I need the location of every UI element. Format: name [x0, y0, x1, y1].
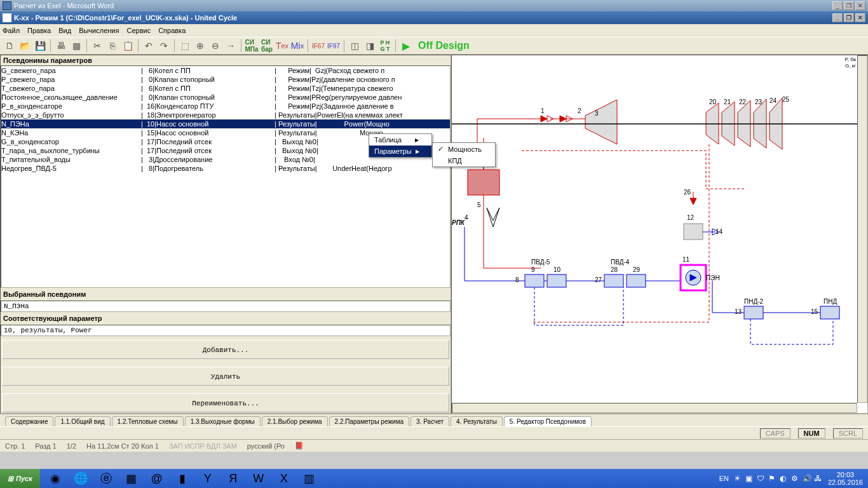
- tab-item[interactable]: 2.2.Параметры режима: [329, 416, 410, 426]
- copy-icon[interactable]: ⎘: [105, 39, 119, 53]
- tab-item[interactable]: Содержание: [5, 416, 53, 426]
- alias-row[interactable]: Недогрев_ПВД-5| 8|Подогреватель| Результ…: [1, 164, 450, 173]
- alias-row[interactable]: Отпуск_э_э_брутто| 18|Электрогенератор| …: [1, 111, 450, 119]
- ctx-kpd-item[interactable]: КПД: [433, 155, 495, 166]
- ctx-params-item[interactable]: Параметры▶: [369, 146, 431, 157]
- mail-icon[interactable]: @: [147, 471, 167, 486]
- tab-item[interactable]: 1.1.Общий вид: [55, 416, 110, 426]
- redo-icon[interactable]: ↷: [157, 39, 171, 53]
- tray-icon-1[interactable]: ☀: [734, 474, 743, 483]
- alias-row[interactable]: G_свежего_пара| 6|Котел с ПП| Режим| Gzj…: [1, 66, 450, 75]
- off-design-label: Off Design: [418, 40, 470, 51]
- alias-row[interactable]: P_свежего_пара| 0|Клапан стопорный| Режи…: [1, 75, 450, 84]
- svg-rect-15: [604, 274, 623, 287]
- alias-row[interactable]: T_свежего_пара| 6|Котел с ПП| Режим|Tzj(…: [1, 84, 450, 93]
- si-mpa-button[interactable]: СИМПа: [245, 39, 259, 53]
- diagram-vscroll[interactable]: [857, 55, 867, 403]
- tray-icon-5[interactable]: ◐: [780, 474, 789, 483]
- rename-button[interactable]: Переименовать...: [2, 393, 449, 412]
- menu-view[interactable]: Вид: [58, 27, 71, 34]
- page-indicator: Стр. 1: [5, 442, 25, 450]
- play-icon[interactable]: ▶: [399, 39, 413, 53]
- diagram-hscroll[interactable]: [452, 403, 857, 413]
- print-icon[interactable]: 🖶: [54, 39, 68, 53]
- uc-restore-button[interactable]: ❐: [844, 13, 854, 22]
- uc-minimize-button[interactable]: _: [832, 13, 843, 22]
- corresponding-param-field[interactable]: 10, результаты, Power: [1, 325, 451, 336]
- chart1-icon[interactable]: ◫: [348, 39, 362, 53]
- media-player-icon[interactable]: ◉: [45, 471, 65, 486]
- start-button[interactable]: ⊞ Пуск: [0, 469, 40, 488]
- book-icon[interactable]: 📕: [295, 442, 304, 450]
- tray-network-icon[interactable]: 🖧: [814, 474, 823, 483]
- mpc-icon[interactable]: ▦: [121, 471, 142, 486]
- zoom-rect-icon[interactable]: ⬚: [178, 39, 192, 53]
- tex-button[interactable]: Tex: [275, 39, 289, 53]
- preview-icon[interactable]: ▦: [69, 39, 83, 53]
- axis-p-label: P, ба: [844, 57, 856, 62]
- chrome-icon[interactable]: 🌐: [71, 471, 91, 486]
- menu-edit[interactable]: Правка: [27, 27, 51, 34]
- app1-icon[interactable]: ▮: [172, 471, 193, 486]
- menu-service[interactable]: Сервис: [126, 27, 151, 34]
- cut-icon[interactable]: ✂: [90, 39, 104, 53]
- tray-volume-icon[interactable]: 🔊: [803, 474, 811, 483]
- mix-button[interactable]: Mix: [290, 39, 304, 53]
- add-button[interactable]: Добавить...: [2, 340, 449, 359]
- tab-item[interactable]: 1.2.Тепловые схемы: [112, 416, 184, 426]
- yandex-icon[interactable]: Y: [198, 471, 218, 486]
- word-restore-button[interactable]: ❐: [844, 1, 854, 10]
- corresponding-param-label: Соответствующий параметр: [1, 312, 451, 325]
- zoom-out-icon[interactable]: ⊖: [208, 39, 222, 53]
- menu-help[interactable]: Справка: [158, 27, 186, 34]
- menu-calc[interactable]: Вычисления: [79, 27, 119, 34]
- word-task-icon[interactable]: W: [248, 471, 269, 486]
- tray-icon-6[interactable]: ⚙: [791, 474, 800, 483]
- ctx-power-item[interactable]: ✓Мощность: [433, 143, 495, 155]
- ie-icon[interactable]: ⓔ: [96, 471, 116, 486]
- tray-icon-3[interactable]: 🛡: [757, 474, 766, 483]
- section-indicator: Разд 1: [35, 442, 56, 450]
- if67-button[interactable]: IF67: [311, 39, 325, 53]
- open-icon[interactable]: 📂: [18, 39, 32, 53]
- new-icon[interactable]: 🗋: [3, 39, 17, 53]
- if97-button[interactable]: IF97: [327, 39, 341, 53]
- tab-item[interactable]: 3. Расчет: [410, 416, 449, 426]
- uc-task-icon[interactable]: ▥: [299, 471, 320, 486]
- uc-close-button[interactable]: ✕: [855, 13, 865, 22]
- paste-icon[interactable]: 📋: [121, 39, 135, 53]
- tray-icon-2[interactable]: ▣: [745, 474, 754, 483]
- context-menu-1: Таблица▶ Параметры▶: [369, 133, 432, 158]
- word-minimize-button[interactable]: _: [832, 1, 843, 10]
- menu-file[interactable]: Файл: [3, 27, 20, 34]
- left-panel: Псевдонимы параметров G_свежего_пара| 6|…: [0, 55, 451, 414]
- diagram-canvas[interactable]: 1 2 3 20 21 22 23 24 25 5 4 26 12 14 11 …: [451, 55, 868, 414]
- alias-row[interactable]: Постоянное_скользящее_давление| 0|Клапан…: [1, 93, 450, 102]
- tray-clock[interactable]: 20:03 22.05.2016: [828, 471, 863, 486]
- svg-rect-16: [627, 274, 646, 287]
- tray-lang[interactable]: EN: [719, 475, 729, 482]
- undo-icon[interactable]: ↶: [142, 39, 156, 53]
- tab-item[interactable]: 2.1.Выбор режима: [262, 416, 328, 426]
- tray-icon-4[interactable]: ⚑: [768, 474, 777, 483]
- tab-item[interactable]: 4. Результаты: [451, 416, 503, 426]
- alias-list[interactable]: G_свежего_пара| 6|Котел с ПП| Режим| Gzj…: [1, 65, 451, 288]
- ya-icon[interactable]: Я: [223, 471, 243, 486]
- delete-button[interactable]: Удалить: [2, 367, 449, 386]
- save-icon[interactable]: 💾: [33, 39, 47, 53]
- tab-item[interactable]: 5. Редактор Псевдонимов: [504, 416, 592, 426]
- ctx-table-item[interactable]: Таблица▶: [369, 134, 431, 146]
- alias-row[interactable]: N_ПЭНа| 10|Насос основной| Результаты| P…: [1, 119, 450, 128]
- tab-item[interactable]: 1.3.Выходные формы: [185, 416, 261, 426]
- selected-alias-field[interactable]: N_ПЭНа: [1, 301, 451, 312]
- excel-task-icon[interactable]: X: [274, 471, 294, 486]
- context-menu-2: ✓Мощность КПД: [432, 142, 496, 167]
- quick-launch: ◉ 🌐 ⓔ ▦ @ ▮ Y Я W X ▥: [40, 471, 325, 486]
- alias-row[interactable]: P_в_конденсаторе| 16|Конденсатор ПТУ| Ре…: [1, 102, 450, 111]
- word-close-button[interactable]: ✕: [855, 1, 865, 10]
- pgt-button[interactable]: P HG T: [378, 39, 392, 53]
- zoom-in-icon[interactable]: ⊕: [193, 39, 207, 53]
- chart2-icon[interactable]: ◨: [363, 39, 377, 53]
- si-bar-button[interactable]: СИбар: [260, 39, 274, 53]
- arrow-icon[interactable]: →: [224, 39, 238, 53]
